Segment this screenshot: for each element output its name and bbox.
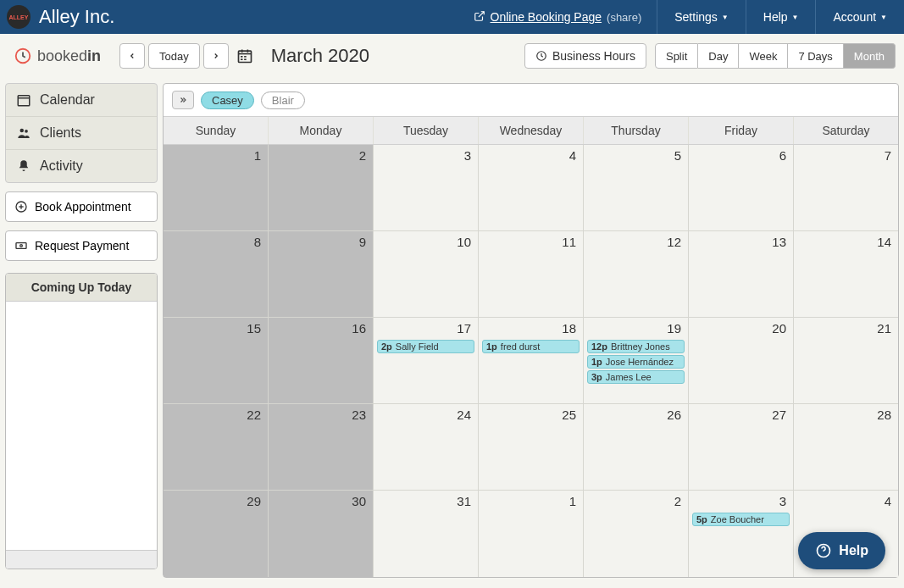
bell-icon	[16, 158, 31, 174]
staff-chip-blair[interactable]: Blair	[261, 92, 305, 109]
staff-chip-casey[interactable]: Casey	[201, 92, 254, 109]
online-booking-link-group: Online Booking Page (share)	[474, 10, 642, 25]
view-7days[interactable]: 7 Days	[788, 43, 843, 69]
calendar-cell[interactable]: 17 2pSally Field	[374, 318, 479, 403]
view-day[interactable]: Day	[698, 43, 739, 69]
calendar-cell[interactable]: 5	[584, 145, 689, 230]
calendar-panel: Casey Blair Sunday Monday Tuesday Wednes…	[163, 83, 899, 578]
request-payment-button[interactable]: Request Payment	[5, 230, 158, 261]
calendar-cell[interactable]: 20	[689, 318, 794, 403]
calendar-cell[interactable]: 1	[479, 491, 584, 577]
cash-icon	[14, 239, 28, 252]
clock-icon	[14, 47, 32, 65]
calendar-cell[interactable]: 21	[794, 318, 898, 403]
calendar-row: 29 30 31 1 2 3 5pZoe Boucher 4	[164, 491, 898, 577]
business-hours-toggle[interactable]: Business Hours	[524, 43, 646, 69]
calendar-cell[interactable]: 27	[689, 404, 794, 490]
sidebar: Calendar Clients Activity Book Appointme…	[5, 83, 158, 569]
calendar-cell[interactable]: 12	[584, 231, 689, 317]
calendar-cell[interactable]: 30	[269, 491, 374, 577]
calendar-cell[interactable]: 13	[689, 231, 794, 317]
calendar-row: 1 2 3 4 5 6 7	[164, 145, 898, 231]
nav-calendar[interactable]: Calendar	[6, 84, 157, 117]
collapse-filters-button[interactable]	[172, 91, 194, 109]
dow-wed: Wednesday	[479, 117, 584, 144]
event[interactable]: 5pZoe Boucher	[692, 513, 790, 526]
view-switcher: Split Day Week 7 Days Month	[655, 43, 896, 69]
company-logo: ALLEY	[7, 5, 31, 29]
calendar-cell[interactable]: 25	[479, 404, 584, 490]
calendar-cell[interactable]: 1	[164, 145, 269, 230]
nav-activity[interactable]: Activity	[6, 150, 157, 182]
svg-rect-9	[244, 58, 247, 60]
chevron-down-icon: ▼	[880, 14, 887, 21]
calendar-cell[interactable]: 16	[269, 318, 374, 403]
company-name: Alley Inc.	[39, 6, 114, 28]
calendar-cell[interactable]: 3	[374, 145, 479, 230]
svg-point-14	[25, 130, 28, 133]
calendar-cell[interactable]: 24	[374, 404, 479, 490]
toolbar: bookedin Today March 2020 Business Hours…	[0, 34, 904, 78]
calendar-cell[interactable]: 15	[164, 318, 269, 403]
nav-clients[interactable]: Clients	[6, 117, 157, 150]
calendar-cell[interactable]: 6	[689, 145, 794, 230]
calendar-header-row: Sunday Monday Tuesday Wednesday Thursday…	[164, 116, 898, 145]
event[interactable]: 1pfred durst	[482, 340, 580, 353]
calendar-cell[interactable]: 2	[584, 491, 689, 577]
topbar: ALLEY Alley Inc. Online Booking Page (sh…	[0, 0, 904, 34]
main: Calendar Clients Activity Book Appointme…	[0, 78, 904, 583]
event[interactable]: 12pBrittney Jones	[587, 340, 685, 353]
date-picker-button[interactable]	[232, 47, 258, 64]
view-week[interactable]: Week	[739, 43, 788, 69]
calendar-cell[interactable]: 9	[269, 231, 374, 317]
dow-fri: Friday	[689, 117, 794, 144]
calendar-cell[interactable]: 8	[164, 231, 269, 317]
calendar-cell[interactable]: 7	[794, 145, 898, 230]
calendar-cell[interactable]: 2	[269, 145, 374, 230]
coming-up-panel: Coming Up Today	[5, 273, 158, 569]
svg-point-13	[20, 129, 25, 133]
today-button[interactable]: Today	[148, 43, 200, 69]
calendar-cell[interactable]: 11	[479, 231, 584, 317]
calendar-cell[interactable]: 28	[794, 404, 898, 490]
calendar-cell[interactable]: 29	[164, 491, 269, 577]
clock-icon	[535, 50, 547, 62]
people-icon	[16, 125, 31, 141]
help-menu[interactable]: Help▼	[746, 0, 816, 34]
prev-button[interactable]	[119, 43, 145, 69]
svg-rect-8	[241, 58, 243, 60]
event[interactable]: 3pJames Lee	[587, 370, 685, 384]
view-split[interactable]: Split	[655, 43, 698, 69]
calendar-cell[interactable]: 31	[374, 491, 479, 577]
event[interactable]: 2pSally Field	[377, 340, 474, 353]
view-month[interactable]: Month	[844, 43, 896, 69]
calendar-cell[interactable]: 4	[479, 145, 584, 230]
chevron-right-icon	[212, 52, 220, 60]
staff-filter-row: Casey Blair	[164, 84, 898, 116]
account-menu[interactable]: Account▼	[815, 0, 904, 34]
book-appointment-button[interactable]: Book Appointment	[5, 191, 158, 222]
calendar-row: 22 23 24 25 26 27 28	[164, 404, 898, 491]
external-link-icon	[474, 10, 485, 25]
calendar-cell[interactable]: 19 12pBrittney Jones 1pJose Hernández 3p…	[584, 318, 689, 403]
event[interactable]: 1pJose Hernández	[587, 355, 685, 369]
chevron-double-right-icon	[178, 96, 188, 104]
calendar-cell[interactable]: 3 5pZoe Boucher	[689, 491, 794, 577]
help-widget[interactable]: Help	[798, 532, 885, 569]
month-title: March 2020	[271, 45, 369, 67]
share-label[interactable]: (share)	[607, 11, 641, 24]
chevron-down-icon: ▼	[792, 14, 799, 21]
calendar-cell[interactable]: 26	[584, 404, 689, 490]
svg-rect-18	[16, 243, 26, 249]
calendar-cell[interactable]: 10	[374, 231, 479, 317]
calendar-cell[interactable]: 22	[164, 404, 269, 490]
settings-menu[interactable]: Settings▼	[657, 0, 746, 34]
calendar-icon	[236, 47, 253, 64]
brand-logo: bookedin	[14, 47, 101, 65]
coming-up-footer	[6, 550, 157, 569]
calendar-cell[interactable]: 18 1pfred durst	[479, 318, 584, 403]
calendar-cell[interactable]: 14	[794, 231, 898, 317]
next-button[interactable]	[203, 43, 229, 69]
online-booking-link[interactable]: Online Booking Page	[491, 10, 602, 24]
calendar-cell[interactable]: 23	[269, 404, 374, 490]
